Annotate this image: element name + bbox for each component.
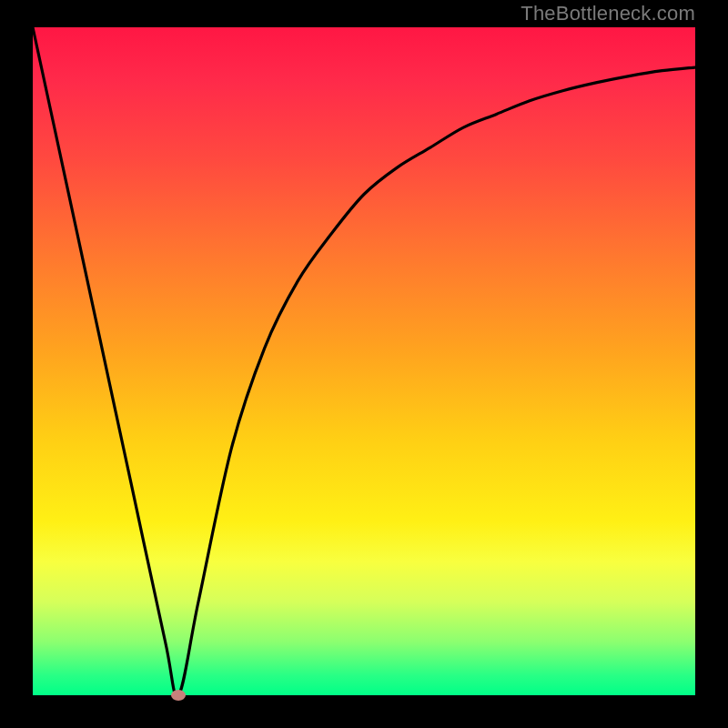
chart-frame: TheBottleneck.com bbox=[0, 0, 728, 728]
plot-area bbox=[33, 27, 695, 695]
optimal-point-marker bbox=[171, 690, 186, 701]
bottleneck-curve bbox=[33, 27, 695, 695]
watermark-text: TheBottleneck.com bbox=[521, 2, 695, 25]
